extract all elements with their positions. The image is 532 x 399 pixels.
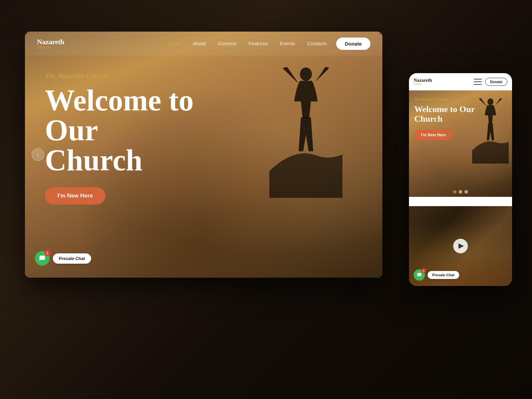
hero-title-line2: Church (45, 144, 142, 177)
mobile-chat-badge: 1 (421, 268, 426, 273)
mobile-logo-main: Nazareth (414, 78, 432, 83)
mobile-nav-logo: Nazareth Church (414, 78, 432, 85)
mobile-presale-chat-label[interactable]: Presale Chat (428, 271, 459, 279)
menu-line-3 (474, 84, 482, 85)
hero-tagline: The Nazareth Church (45, 71, 244, 80)
mobile-chat-icon-button[interactable]: 1 (414, 269, 425, 281)
mobile-hero-title: Welcome to Our Church (414, 105, 475, 124)
nav-contacts-link[interactable]: Contacts (307, 41, 327, 46)
laptop-mockup: Nazareth Church Home About Connect Featu… (25, 32, 382, 278)
mobile-mockup: Nazareth Church Donate (409, 73, 512, 286)
mobile-presale-chat-widget: 1 Presale Chat (414, 269, 459, 281)
presale-chat-label[interactable]: Presale Chat (53, 253, 91, 264)
hero-silhouette (269, 58, 342, 198)
svg-point-0 (300, 67, 312, 81)
hero-cta-button[interactable]: I'm New Here (45, 187, 105, 204)
nav-home-link[interactable]: Home (168, 41, 181, 46)
laptop-nav: Nazareth Church Home About Connect Featu… (25, 32, 382, 56)
nav-logo: Nazareth Church (37, 38, 64, 49)
mobile-title-line1: Welcome to Our (414, 104, 475, 114)
carousel-dot-3[interactable] (465, 190, 468, 194)
hamburger-menu-icon[interactable] (474, 79, 482, 85)
carousel-dot-1[interactable] (453, 190, 457, 194)
nav-events-link[interactable]: Events (280, 41, 295, 46)
chat-icon-button[interactable]: 1 (35, 251, 50, 266)
mobile-hero-cta-button[interactable]: I'm New Here (414, 130, 453, 140)
nav-donate-button[interactable]: Donate (336, 38, 370, 50)
logo-sub-text: Church (37, 45, 64, 49)
mobile-play-button[interactable] (453, 239, 468, 253)
carousel-dots (453, 190, 468, 194)
carousel-dot-2[interactable] (459, 190, 462, 194)
mobile-hero-content: The Nazareth Church Welcome to Our Churc… (414, 97, 475, 140)
mobile-nav: Nazareth Church Donate (409, 73, 512, 90)
hero-content: The Nazareth Church Welcome to Our Churc… (45, 71, 244, 204)
nav-connect-link[interactable]: Connect (218, 41, 236, 46)
mobile-hero-tagline: The Nazareth Church (414, 97, 475, 102)
mobile-donate-button[interactable]: Donate (485, 78, 507, 86)
mobile-nav-right: Donate (474, 78, 507, 86)
mobile-title-line2: Church (414, 114, 443, 124)
nav-about-link[interactable]: About (193, 41, 206, 46)
chat-badge: 1 (45, 250, 51, 256)
presale-chat-widget: 1 Presale Chat (35, 251, 91, 266)
svg-point-1 (487, 98, 493, 105)
mobile-hero: The Nazareth Church Welcome to Our Churc… (409, 90, 512, 197)
carousel-prev-button[interactable]: ‹ (32, 148, 44, 161)
mobile-logo-sub: Church (414, 83, 432, 85)
nav-features-link[interactable]: Features (248, 41, 268, 46)
nav-links: Home About Connect Features Events Conta… (168, 41, 327, 47)
mobile-hero-silhouette (472, 94, 509, 164)
menu-line-1 (474, 79, 482, 79)
mobile-white-strip (409, 197, 512, 206)
hero-title-line1: Welcome to Our (45, 84, 194, 147)
menu-line-2 (474, 81, 482, 82)
hero-title: Welcome to Our Church (45, 85, 244, 175)
